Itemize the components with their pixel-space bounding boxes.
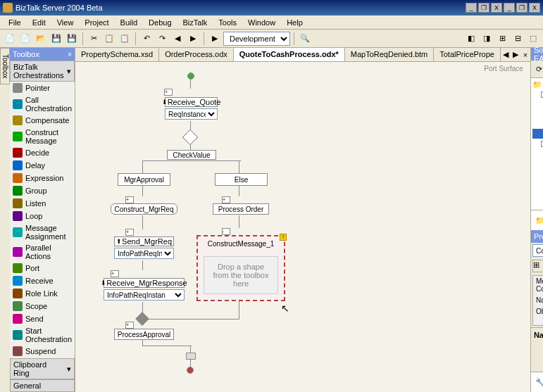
toolbox-item-compensate[interactable]: Compensate <box>10 114 75 127</box>
tool-icon-5[interactable]: ⬚ <box>526 32 540 46</box>
run-icon[interactable]: ▶ <box>208 32 222 46</box>
expand-toggle[interactable]: + <box>164 89 173 96</box>
save-icon[interactable]: 💾 <box>49 32 63 46</box>
minimize-button[interactable]: _ <box>466 3 477 13</box>
toolbox-item-receive[interactable]: Receive <box>10 274 75 287</box>
tab-quotetocash[interactable]: QuoteToCashProcess.odx* <box>234 48 345 61</box>
receive-quote-shape[interactable]: ⬇ Receive_Quote <box>165 97 218 107</box>
send-mgrreq-shape[interactable]: ⬆ Send_MgrReq <box>114 236 174 246</box>
construct-mgrreq-shape[interactable]: Construct_MgrReq <box>111 203 177 215</box>
paste-icon[interactable]: 📋 <box>118 32 132 46</box>
tab-propertyschema[interactable]: PropertySchema.xsd <box>75 48 159 61</box>
tool-icon-2[interactable]: ◨ <box>480 32 494 46</box>
toolbox-items-list[interactable]: PointerCall OrchestrationCompensateConst… <box>10 82 75 358</box>
req-instance-select[interactable]: ReqInstance <box>165 108 218 120</box>
tree-file-infopathreq-xsd[interactable]: 📄InfoPathReq.xsd <box>532 158 543 168</box>
drop-zone[interactable]: Drop a shape from the toolbox here <box>204 256 278 294</box>
menu-tools[interactable]: Tools <box>213 17 242 28</box>
toolbox-item-role-link[interactable]: Role Link <box>10 287 75 300</box>
expand-toggle[interactable]: - <box>222 228 230 235</box>
tab-solution-explorer[interactable]: 📁 Solution Explorer <box>531 210 543 230</box>
properties-object-selector[interactable]: ConstructMessage_1 Construct M <box>532 244 543 257</box>
add-item-icon[interactable]: 📄 <box>18 32 32 46</box>
else-shape[interactable]: Else <box>215 173 268 186</box>
toolbox-item-port[interactable]: Port <box>10 262 75 274</box>
menu-debug[interactable]: Debug <box>143 17 177 28</box>
orchestration-canvas[interactable]: Port Surface + ⬇ Receive_Quote ReqInstan… <box>75 62 530 392</box>
processapproval-shape[interactable]: ProcessApproval <box>114 329 174 340</box>
toolbox-item-parallel-actions[interactable]: Parallel Actions <box>10 242 75 262</box>
open-icon[interactable]: 📂 <box>34 32 48 46</box>
tree-file-totalpricepropertyschema-xsd[interactable]: 📄TotalPricePropertySchema.xsd <box>532 198 543 208</box>
tab-maptoreqdenied[interactable]: MapToReqDenied.btm <box>345 48 434 61</box>
tree-references[interactable]: + 📚 References <box>532 99 543 109</box>
categorized-icon[interactable]: ⊞ <box>532 260 543 272</box>
close-button-2[interactable]: X <box>529 3 540 13</box>
menu-window[interactable]: Window <box>242 17 281 28</box>
tool-icon-4[interactable]: ⊟ <box>511 32 525 46</box>
clipboard-ring-category[interactable]: Clipboard Ring ▾ <box>10 358 75 379</box>
mgrapproval-shape[interactable]: MgrApproval <box>118 173 170 186</box>
checkvalue-shape[interactable]: CheckValue <box>167 150 216 160</box>
property-row[interactable]: Messages Constr⚠ <box>533 276 543 295</box>
toolbox-vert-tab[interactable]: Toolbox <box>0 48 10 84</box>
decision-diamond[interactable] <box>182 129 199 146</box>
toolbox-close-icon[interactable]: × <box>68 51 72 58</box>
menu-biztalk[interactable]: BizTalk <box>177 17 213 28</box>
menu-file[interactable]: File <box>3 17 27 28</box>
toolbox-item-message-assignment[interactable]: Message Assignment <box>10 222 75 242</box>
toolbox-item-suspend[interactable]: Suspend <box>10 345 75 358</box>
toolbox-item-loop[interactable]: Loop <box>10 210 75 222</box>
general-category[interactable]: General <box>10 379 75 392</box>
tree-file-quotetocashprocess-odx[interactable]: 📄QuoteToCashProcess.odx <box>532 129 543 139</box>
expand-toggle[interactable]: + <box>222 196 230 203</box>
tree-solution-root[interactable]: 📁 Solution 'ContosoEAISolution' (2 proje <box>532 80 543 89</box>
minimize-button-2[interactable]: _ <box>504 3 515 13</box>
redo-icon[interactable]: ↷ <box>155 32 169 46</box>
end-node[interactable] <box>187 367 194 374</box>
tab-next-icon[interactable]: ▶ <box>511 48 520 61</box>
properties-grid[interactable]: Messages Constr⚠NameConstructMessage_1Ob… <box>532 275 543 326</box>
tree-file-maptoreqdenied-btm[interactable]: 📄MapToReqDenied.btm <box>532 168 543 178</box>
menu-help[interactable]: Help <box>281 17 308 28</box>
copy-icon[interactable]: 📋 <box>102 32 116 46</box>
toolbox-item-listen[interactable]: Listen <box>10 197 75 210</box>
property-row[interactable]: Object TypeConstruct Message <box>533 306 543 325</box>
infopath-reqins-select[interactable]: InfoPathReqIns <box>114 248 174 259</box>
menu-edit[interactable]: Edit <box>27 17 51 28</box>
constructmessage-1-shape[interactable]: ConstructMessage_1 Drop a shape from the… <box>196 235 285 301</box>
undo-icon[interactable]: ↶ <box>139 32 154 46</box>
toolbox-item-decide[interactable]: Decide <box>10 146 75 159</box>
toolbox-category[interactable]: BizTalk Orchestrations ▾ <box>10 61 75 82</box>
menu-project[interactable]: Project <box>79 17 114 28</box>
restore-button[interactable]: ❐ <box>478 3 489 13</box>
tab-orderprocess[interactable]: OrderProcess.odx <box>159 48 234 61</box>
tool-icon-1[interactable]: ◧ <box>464 32 478 46</box>
tree-file-orderprocess-odx[interactable]: 📄OrderProcess.odx <box>532 119 543 129</box>
tree-project-eaischemas[interactable]: - 📦 EAISchemas <box>532 139 543 148</box>
expand-toggle[interactable]: + <box>125 322 134 329</box>
tree-file-invoiceprocess-odx[interactable]: 📄InvoiceProcess.odx <box>532 109 543 119</box>
tab-prev-icon[interactable]: ◀ <box>501 48 511 61</box>
save-all-icon[interactable]: 💾 <box>65 32 79 46</box>
tab-properties[interactable]: 🔧 Properties <box>531 372 543 392</box>
toolbox-item-scope[interactable]: Scope <box>10 300 75 312</box>
tree-file-request-xsd[interactable]: 📄Request.xsd <box>532 188 543 198</box>
toolbox-item-delay[interactable]: Delay <box>10 159 75 172</box>
tree-references-2[interactable]: + 📚 References <box>532 148 543 158</box>
receive-mgrresponse-shape[interactable]: ⬇ Receive_MgrResponse <box>104 278 185 288</box>
cut-icon[interactable]: ✂ <box>87 32 101 46</box>
start-node[interactable] <box>187 72 194 80</box>
toolbox-item-expression[interactable]: Expression <box>10 172 75 184</box>
find-icon[interactable]: 🔍 <box>298 32 312 46</box>
property-row[interactable]: NameConstructMessage_1 <box>533 295 543 306</box>
toolbox-item-pointer[interactable]: Pointer <box>10 82 75 94</box>
tab-totalpriceprop[interactable]: TotalPricePrope <box>434 48 501 61</box>
infopath-reqinstan-select[interactable]: InfoPathReqInstan <box>104 289 185 301</box>
restore-button-2[interactable]: ❐ <box>516 3 528 13</box>
tree-project-eaiorchestration[interactable]: - 📦 EAIOrchestration <box>532 89 543 99</box>
expand-toggle[interactable]: + <box>125 229 134 236</box>
nav-back-icon[interactable]: ◀ <box>170 32 185 46</box>
menu-build[interactable]: Build <box>115 17 143 28</box>
config-dropdown[interactable]: Development <box>223 32 290 46</box>
